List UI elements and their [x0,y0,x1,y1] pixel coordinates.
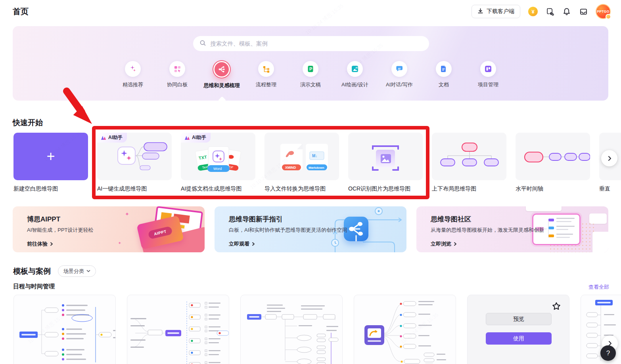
quickstart-next-button[interactable] [601,150,617,166]
mindmap-thumbnail [241,295,343,364]
banner-aippt[interactable]: 博思AIPPT AI智能生成，PPT设计更轻松 前往体验 AIPPT ✦ ✦ ✦ [13,206,205,252]
card-import-file-to-mindmap[interactable]: XMIND M↓ Markdown 导入文件转换为思维导图 [264,133,339,192]
chevron-down-icon [86,270,90,273]
timeline-diagram [516,133,590,180]
search-icon [199,40,206,48]
category-label: 精选推荐 [123,81,143,88]
banner-beginner-guide[interactable]: 思维导图新手指引 白板，AI和实时协作赋予思维导图更灵活的创作空间 立即观看 [215,206,406,252]
banner-title: 思维导图新手指引 [229,215,283,224]
invite-link-icon[interactable] [546,7,554,16]
ai-assistant-badge: AI助手 [181,133,211,143]
svg-text:P: P [309,67,312,71]
inbox-icon[interactable] [579,7,588,16]
ai-image-icon: AI [347,61,363,77]
mindmap-thumbnail [354,295,456,364]
category-docs[interactable]: 文档 [422,61,466,89]
template-cards-row: 预览 使用 [13,295,621,364]
sparkle-icon [125,61,141,77]
template-card-weekly-plan[interactable] [127,295,229,364]
card-new-blank-mindmap[interactable]: + 新建空白思维导图 [13,133,88,192]
banner-subtitle: 从海量的思维导图模板开始，激发无限灵感和创新 [431,227,544,234]
card-label: 垂直 [599,185,621,192]
presentation-icon: P [303,61,318,77]
promo-banners-row: 博思AIPPT AI智能生成，PPT设计更轻松 前往体验 AIPPT ✦ ✦ ✦… [13,206,608,252]
search-input[interactable]: 搜索文件、模板、案例 [193,36,429,51]
category-ai-design[interactable]: AI AI绘画/设计 [333,61,377,89]
category-label: 思维和灵感梳理 [204,82,240,89]
scene-filter-dropdown[interactable]: 场景分类 [58,265,96,277]
card-vertical-layout-mindmap[interactable]: 上下布局思维导图 [432,133,506,192]
category-label: 流程整理 [256,81,276,88]
svg-text:XMIND: XMIND [285,166,296,170]
new-blank-thumb: + [13,133,88,180]
flowchart-icon [258,61,274,77]
chevron-right-icon [50,242,54,246]
banner-link[interactable]: 立即浏览 [431,240,457,248]
banner-title: 思维导图社区 [431,215,471,224]
category-presentation[interactable]: P 演示文稿 [288,61,333,89]
svg-text:M↓: M↓ [312,154,317,158]
download-client-button[interactable]: 下载客户端 [472,5,520,18]
template-card-weekly-report[interactable] [240,295,343,364]
timeline-thumb [516,133,590,180]
banner-link[interactable]: 立即观看 [229,240,255,248]
section-title: 日程与时间管理 [13,283,55,290]
category-mindmap[interactable]: 思维和灵感梳理 [199,61,244,89]
category-bar: 精选推荐 协同白板 [13,61,608,89]
banner-community[interactable]: 思维导图社区 从海量的思维导图模板开始，激发无限灵感和创新 立即浏览 [416,206,608,252]
membership-coin-icon[interactable]: ¥ [528,7,538,16]
svg-text:Word: Word [213,167,222,171]
tree-layout-thumb [432,133,506,180]
card-horizontal-timeline[interactable]: 水平时间轴 [516,133,590,192]
document-icon [436,61,452,77]
use-button[interactable]: 使用 [486,332,552,345]
chevron-right-icon [607,156,612,161]
help-button[interactable]: ? [600,345,616,361]
category-featured[interactable]: 精选推荐 [111,61,155,89]
plus-icon: + [46,149,55,164]
category-label: 项目管理 [478,81,498,88]
boardmix-logo-icon [101,135,106,140]
chevron-right-icon [251,242,255,246]
card-label: 水平时间轴 [516,185,590,192]
template-card-personal-plan[interactable] [354,295,456,364]
ai-chat-icon: AI [391,61,407,77]
mindmap-app-icon [344,217,368,241]
card-label: 上下布局思维导图 [432,185,506,192]
view-all-link[interactable]: 查看全部 [588,284,609,291]
preview-button[interactable]: 预览 [486,313,552,325]
category-label: 协同白板 [167,81,188,88]
category-flowchart[interactable]: 流程整理 [244,61,288,89]
ai-generate-thumb: AI助手 [97,133,172,180]
card-label: AI一键生成思维导图 [97,185,172,192]
banner-link[interactable]: 前往体验 [27,240,54,248]
card-ocr-image-to-mindmap[interactable]: OCR识别图片为思维导图 [348,133,423,192]
card-label: 新建空白思维导图 [13,185,88,192]
avatar-label: PPTGO [597,10,609,13]
kanban-icon [480,61,496,77]
mindmap-thumbnail [127,295,229,364]
download-icon [477,8,483,15]
chevron-right-icon [453,242,457,246]
topbar-actions: 下载客户端 ¥ PPTGO [472,4,611,19]
template-card-hovered[interactable]: 预览 使用 [467,295,569,364]
favorite-star-icon[interactable] [552,301,561,313]
avatar[interactable]: PPTGO [596,4,611,19]
category-whiteboard[interactable]: 协同白板 [155,61,199,89]
notifications-bell-icon[interactable] [562,7,571,16]
template-card-daily-todo[interactable] [13,295,116,364]
page-title: 首页 [13,6,29,17]
category-ai-chat[interactable]: AI AI对话/写作 [377,61,422,89]
aippt-illustration: AIPPT ✦ ✦ ✦ [113,206,205,252]
boardmix-logo-icon [184,135,190,140]
category-project[interactable]: 项目管理 [466,61,510,89]
card-ai-doc-to-mindmap[interactable]: AI助手 TXT Text PDF [181,133,255,192]
card-ai-generate-mindmap[interactable]: AI助手 AI一键生成思维导图 [97,133,172,192]
mindmap-share-icon [213,61,230,78]
card-label: 导入文件转换为思维导图 [264,185,339,192]
svg-text:Markdown: Markdown [309,166,324,170]
import-file-icons: XMIND M↓ Markdown [264,133,339,180]
category-label: AI对话/写作 [386,81,413,88]
banner-subtitle: 白板，AI和实时协作赋予思维导图更灵活的创作空间 [229,227,347,234]
import-files-thumb: XMIND M↓ Markdown [264,133,339,180]
